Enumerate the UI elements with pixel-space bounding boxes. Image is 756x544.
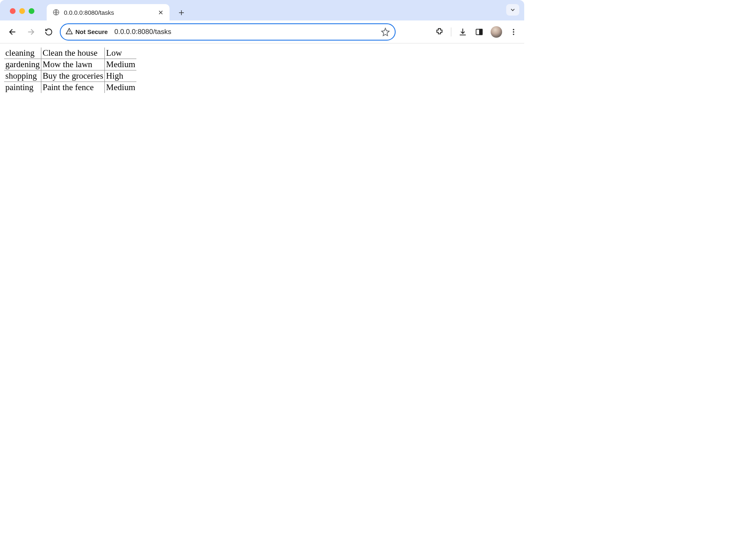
task-name: gardening xyxy=(4,59,41,70)
close-window-button[interactable] xyxy=(10,8,16,14)
downloads-button[interactable] xyxy=(458,27,468,37)
svg-point-3 xyxy=(513,29,514,30)
browser-toolbar: Not Secure 0.0.0.0:8080/tasks xyxy=(0,20,524,43)
svg-rect-2 xyxy=(480,29,482,34)
toolbar-divider xyxy=(451,27,451,36)
close-tab-button[interactable] xyxy=(157,9,164,16)
task-priority: Medium xyxy=(105,82,137,93)
task-name: cleaning xyxy=(4,48,41,59)
profile-avatar[interactable] xyxy=(491,26,502,38)
tab-title: 0.0.0.0:8080/tasks xyxy=(64,9,153,16)
bookmark-button[interactable] xyxy=(381,27,390,36)
menu-button[interactable] xyxy=(509,27,518,37)
security-indicator[interactable]: Not Secure xyxy=(66,27,108,36)
forward-button[interactable] xyxy=(24,25,38,39)
task-priority: High xyxy=(105,70,137,82)
table-row: paintingPaint the fenceMedium xyxy=(4,82,136,93)
reload-button[interactable] xyxy=(42,25,56,39)
table-row: cleaningClean the houseLow xyxy=(4,48,136,59)
url-text[interactable]: 0.0.0.0:8080/tasks xyxy=(112,28,377,36)
minimize-window-button[interactable] xyxy=(19,8,25,14)
tabs-dropdown-button[interactable] xyxy=(506,4,519,16)
security-label: Not Secure xyxy=(75,28,108,35)
task-priority: Low xyxy=(105,48,137,59)
task-name: painting xyxy=(4,82,41,93)
maximize-window-button[interactable] xyxy=(29,8,34,14)
task-description: Mow the lawn xyxy=(41,59,104,70)
warning-icon xyxy=(66,27,73,36)
table-row: shoppingBuy the groceriesHigh xyxy=(4,70,136,82)
window-controls xyxy=(5,8,47,20)
svg-point-4 xyxy=(513,31,514,32)
extensions-button[interactable] xyxy=(435,27,444,37)
table-row: gardeningMow the lawnMedium xyxy=(4,59,136,70)
globe-icon xyxy=(52,9,60,16)
browser-tab[interactable]: 0.0.0.0:8080/tasks xyxy=(47,4,170,20)
task-description: Clean the house xyxy=(41,48,104,59)
side-panel-button[interactable] xyxy=(474,27,484,37)
tab-strip: 0.0.0.0:8080/tasks xyxy=(0,0,524,20)
task-description: Paint the fence xyxy=(41,82,104,93)
new-tab-button[interactable] xyxy=(175,7,188,19)
page-content: cleaningClean the houseLowgardeningMow t… xyxy=(0,43,524,97)
back-button[interactable] xyxy=(6,25,20,39)
address-bar[interactable]: Not Secure 0.0.0.0:8080/tasks xyxy=(60,23,396,41)
tasks-table: cleaningClean the houseLowgardeningMow t… xyxy=(4,48,136,93)
task-priority: Medium xyxy=(105,59,137,70)
task-name: shopping xyxy=(4,70,41,82)
toolbar-right xyxy=(426,26,518,38)
svg-point-5 xyxy=(513,34,514,35)
task-description: Buy the groceries xyxy=(41,70,104,82)
browser-window: 0.0.0.0:8080/tasks xyxy=(0,0,524,97)
